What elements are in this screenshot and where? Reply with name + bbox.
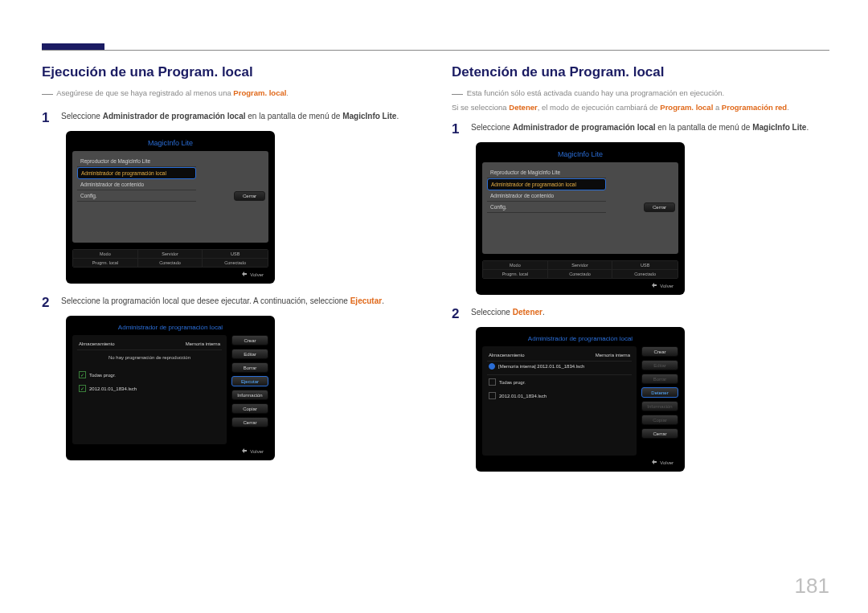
menu-area: Reproductor de MagicInfo Lite Administra… xyxy=(482,162,678,254)
heading-running: Ejecución de una Program. local xyxy=(42,64,420,80)
menu-item-player[interactable]: Reproductor de MagicInfo Lite xyxy=(487,167,606,178)
back-label: Volver xyxy=(660,460,674,465)
back-row[interactable]: Volver xyxy=(482,456,678,465)
close-button[interactable]: Cerrar xyxy=(644,202,675,212)
menu-item-local-admin[interactable]: Administrador de programación local xyxy=(77,167,196,179)
storage-row: Almacenamiento Memoria interna xyxy=(77,340,222,350)
copy-button: Copiar xyxy=(641,415,678,425)
step-2-row: 2 Seleccione Detener. xyxy=(452,306,829,322)
step-1-row: 1 Seleccione Administrador de programaci… xyxy=(452,121,829,137)
status-v-mode: Progrm. local xyxy=(73,258,138,267)
status-v-usb: Conectado xyxy=(612,269,678,278)
status-h-usb: USB xyxy=(612,261,678,269)
checkbox-checked-icon: ✓ xyxy=(79,385,86,392)
close-button[interactable]: Cerrar xyxy=(234,191,265,201)
return-icon xyxy=(240,448,248,454)
menu-item-content-admin[interactable]: Administrador de contenido xyxy=(487,190,606,202)
admin-content-area: Almacenamiento Memoria interna No hay pr… xyxy=(72,335,227,444)
note-stopping: ― Esta función sólo está activada cuando… xyxy=(452,85,829,113)
manual-page: Ejecución de una Program. local ― Asegúr… xyxy=(0,0,868,613)
step-1-text: Seleccione Administrador de programación… xyxy=(471,121,809,137)
status-v-server: Conectado xyxy=(548,269,613,278)
admin-panel-right: Administrador de programación local Alma… xyxy=(476,327,685,472)
status-h-mode: Modo xyxy=(73,250,138,258)
menu-item-content-admin[interactable]: Administrador de contenido xyxy=(77,179,196,190)
status-grid: Modo Servidor USB Progrm. local Conectad… xyxy=(72,249,268,268)
admin-content-area: Almacenamiento Memoria interna [Memoria … xyxy=(482,346,637,456)
note-text: Asegúrese de que se haya registrado al m… xyxy=(56,88,233,97)
status-v-usb: Conectado xyxy=(203,258,268,267)
return-icon xyxy=(650,460,657,465)
storage-label: Almacenamiento xyxy=(79,341,115,346)
playing-row: [Memoria interna] 2012.01.01_1834.lsch xyxy=(487,362,632,375)
create-button[interactable]: Crear xyxy=(641,346,678,357)
menu-item-config[interactable]: Config. xyxy=(77,190,196,202)
playing-dot-icon xyxy=(489,363,495,370)
storage-value: Memoria interna xyxy=(186,341,220,346)
checkbox-checked-icon: ✓ xyxy=(79,371,86,378)
info-button[interactable]: Información xyxy=(231,390,268,400)
checkbox-empty-icon: ✓ xyxy=(489,378,496,386)
menu-item-player[interactable]: Reproductor de MagicInfo Lite xyxy=(77,156,196,167)
admin-button-column: Crear Editar Borrar Detener Información … xyxy=(641,346,678,456)
create-button[interactable]: Crear xyxy=(231,335,268,345)
close-button[interactable]: Cerrar xyxy=(641,428,678,439)
note-tail: . xyxy=(286,88,289,97)
schedule-file-row[interactable]: ✓ 2012.01.01_1834.lsch xyxy=(77,382,222,395)
delete-button[interactable]: Borrar xyxy=(231,362,268,373)
edit-button: Editar xyxy=(641,360,678,370)
back-label: Volver xyxy=(250,449,264,454)
step-number-1: 1 xyxy=(452,121,463,137)
storage-row: Almacenamiento Memoria interna xyxy=(487,351,632,362)
edit-button[interactable]: Editar xyxy=(231,349,268,359)
execute-button[interactable]: Ejecutar xyxy=(231,376,268,386)
status-h-server: Servidor xyxy=(548,261,613,269)
back-row[interactable]: Volver xyxy=(482,279,678,288)
status-h-server: Servidor xyxy=(138,250,203,258)
step-number-1: 1 xyxy=(42,110,53,126)
delete-button: Borrar xyxy=(641,374,678,384)
right-column-stopping: Detención de una Program. local ― Esta f… xyxy=(452,64,829,483)
status-h-usb: USB xyxy=(203,250,268,258)
checkbox-empty-icon: ✓ xyxy=(489,392,496,399)
return-icon xyxy=(240,272,248,277)
admin-title: Administrador de programación local xyxy=(482,333,678,346)
step-1-row: 1 Seleccione Administrador de programaci… xyxy=(42,110,420,126)
close-button[interactable]: Cerrar xyxy=(231,417,268,427)
status-grid: Modo Servidor USB Progrm. local Conectad… xyxy=(482,260,678,279)
admin-title: Administrador de programación local xyxy=(72,322,268,335)
panel-title: MagicInfo Lite xyxy=(72,137,268,151)
stop-button[interactable]: Detener xyxy=(641,387,678,398)
status-v-mode: Progrm. local xyxy=(483,269,548,278)
schedule-file-row[interactable]: ✓ 2012.01.01_1834.lsch xyxy=(487,389,632,403)
all-programs-row[interactable]: ✓ Todas progr. xyxy=(487,375,632,389)
left-column-running: Ejecución de una Program. local ― Asegúr… xyxy=(42,64,420,483)
storage-label: Almacenamiento xyxy=(489,353,525,358)
admin-panel-left: Administrador de programación local Alma… xyxy=(66,316,275,460)
back-row[interactable]: Volver xyxy=(72,268,268,277)
note-running: ― Asegúrese de que se haya registrado al… xyxy=(42,85,420,102)
back-row[interactable]: Volver xyxy=(72,444,268,454)
all-programs-row[interactable]: ✓ Todas progr. xyxy=(77,368,222,382)
note-em: Program. local xyxy=(233,88,286,97)
status-h-mode: Modo xyxy=(483,261,548,269)
two-column-layout: Ejecución de una Program. local ― Asegúr… xyxy=(42,64,829,483)
note-text: Esta función sólo está activada cuando h… xyxy=(467,88,725,97)
copy-button[interactable]: Copiar xyxy=(231,403,268,414)
heading-stopping: Detención de una Program. local xyxy=(452,64,829,80)
menu-area: Reproductor de MagicInfo Lite Administra… xyxy=(72,151,268,243)
menu-item-config[interactable]: Config. xyxy=(487,202,606,213)
back-label: Volver xyxy=(250,272,264,277)
admin-button-column: Crear Editar Borrar Ejecutar Información… xyxy=(231,335,268,444)
menu-item-local-admin[interactable]: Administrador de programación local xyxy=(487,178,606,190)
no-schedule-message: No hay programación de reproducción xyxy=(77,350,222,368)
storage-value: Memoria interna xyxy=(596,353,630,358)
step-1-text: Seleccione Administrador de programación… xyxy=(61,110,399,126)
step-2-row: 2 Seleccione la programación local que d… xyxy=(42,295,420,311)
back-label: Volver xyxy=(660,284,674,288)
header-rule xyxy=(42,50,829,51)
step-number-2: 2 xyxy=(42,295,53,311)
status-v-server: Conectado xyxy=(138,258,203,267)
return-icon xyxy=(650,283,657,288)
panel-title: MagicInfo Lite xyxy=(482,149,678,162)
